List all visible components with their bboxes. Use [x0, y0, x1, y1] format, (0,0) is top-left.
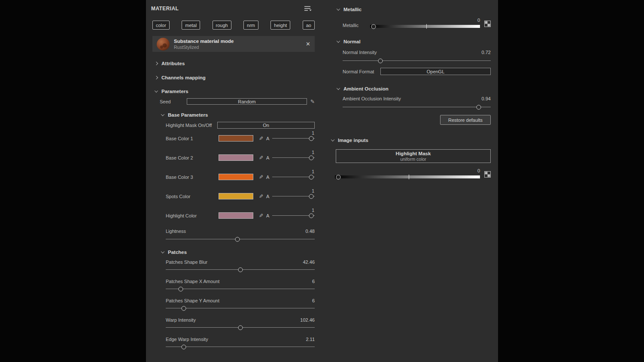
section-parameters[interactable]: Parameters [155, 88, 315, 94]
param-value: 0.48 [306, 229, 315, 234]
alpha-label: A [266, 136, 269, 141]
slider-knob[interactable] [309, 175, 314, 179]
slider-knob[interactable] [181, 306, 186, 311]
param-value: 2.11 [306, 337, 315, 342]
slider-track[interactable] [166, 347, 315, 347]
slider-track[interactable] [343, 60, 491, 61]
eyedropper-icon[interactable]: ✎ [259, 193, 263, 199]
chevron-down-icon [161, 112, 164, 116]
section-normal[interactable]: Normal [337, 38, 491, 45]
slider-knob[interactable] [235, 237, 240, 241]
section-attributes[interactable]: Attributes [155, 60, 315, 66]
channel-button-rough[interactable]: rough [213, 21, 231, 30]
seed-input[interactable]: Random [187, 98, 307, 105]
param-label: Lightness [166, 229, 186, 234]
channel-button-ao[interactable]: ao [303, 21, 315, 30]
mode-card-subtitle: RustStylized [174, 45, 234, 50]
slider-knob[interactable] [181, 344, 186, 349]
panel-title: MATERIAL [151, 6, 179, 12]
image-input-icon[interactable] [484, 171, 491, 178]
slider-knob[interactable] [477, 105, 481, 109]
restore-defaults-button[interactable]: Restore defaults [440, 115, 491, 125]
seed-label: Seed [160, 99, 187, 104]
chevron-down-icon [337, 86, 340, 90]
channel-button-color[interactable]: color [152, 21, 170, 30]
alpha-slider-track[interactable] [272, 177, 315, 177]
image-input-subtitle: uniform color [336, 157, 490, 162]
highlight-mask-input-button[interactable]: Highlight Mask uniform color [336, 149, 491, 163]
section-base-parameters[interactable]: Base Parameters [161, 112, 315, 118]
slider-knob[interactable] [309, 194, 314, 199]
param-value: 102.46 [300, 317, 315, 323]
channel-button-height[interactable]: height [270, 21, 290, 30]
chevron-down-icon [337, 7, 340, 10]
slider-knob[interactable] [336, 175, 341, 179]
color-swatch[interactable] [219, 154, 253, 161]
color-swatch[interactable] [219, 174, 253, 180]
param-value: 0 [370, 18, 480, 23]
section-metallic[interactable]: Metallic [337, 6, 491, 12]
section-label: Attributes [161, 61, 185, 66]
slider-knob[interactable] [309, 213, 314, 218]
gradient-slider-track[interactable] [335, 175, 480, 178]
slider-track[interactable] [166, 239, 315, 239]
menu-icon[interactable] [304, 6, 312, 12]
eyedropper-icon[interactable]: ✎ [259, 155, 263, 161]
image-input-title: Highlight Mask [336, 151, 490, 156]
color-swatch[interactable] [219, 212, 253, 219]
color-row-spots-color: Spots Color ✎ A 1 [166, 187, 315, 206]
chevron-down-icon [155, 89, 158, 92]
slider-knob[interactable] [238, 325, 243, 330]
alpha-label: A [266, 175, 269, 180]
image-input-icon[interactable] [484, 21, 491, 27]
highlight-mask-row: Highlight Mask On/Off On [166, 122, 315, 129]
section-channels-mapping[interactable]: Channels mapping [155, 74, 315, 81]
highlight-mask-toggle[interactable]: On [217, 122, 315, 129]
eyedropper-icon[interactable]: ✎ [259, 136, 263, 142]
alpha-slider-track[interactable] [272, 138, 315, 139]
param-label: Edge Warp Intensity [166, 337, 208, 342]
alpha-slider-track[interactable] [272, 196, 315, 196]
channel-button-metal[interactable]: metal [182, 21, 200, 30]
slider-knob[interactable] [371, 24, 376, 29]
slider-track[interactable] [166, 327, 315, 328]
param-patches-shape-x-amount: Patches Shape X Amount 6 [166, 278, 315, 289]
close-icon[interactable]: ✕ [306, 41, 310, 47]
edit-icon[interactable]: ✎ [307, 99, 315, 105]
section-image-inputs[interactable]: Image inputs [331, 137, 491, 143]
color-row-base-color-1: Base Color 1 ✎ A 1 [166, 129, 315, 148]
slider-knob[interactable] [309, 155, 314, 160]
slider-knob[interactable] [378, 58, 383, 63]
slider-track[interactable] [166, 289, 315, 289]
alpha-value: 1 [312, 130, 314, 136]
properties-panel: MATERIAL color metal rough nrm height ao [146, 0, 498, 362]
color-swatch[interactable] [219, 193, 253, 199]
eyedropper-icon[interactable]: ✎ [259, 174, 263, 180]
alpha-slider-track[interactable] [272, 157, 315, 158]
eyedropper-icon[interactable]: ✎ [259, 213, 263, 219]
color-swatch[interactable] [219, 135, 253, 142]
section-ambient-occlusion[interactable]: Ambient Occlusion [337, 85, 491, 92]
section-patches[interactable]: Patches [161, 249, 315, 255]
alpha-label: A [266, 155, 269, 160]
param-value: 0.72 [482, 50, 491, 55]
channel-button-nrm[interactable]: nrm [243, 21, 258, 30]
param-label: Warp Intensity [166, 317, 196, 323]
slider-track[interactable] [343, 107, 491, 107]
normal-format-select[interactable]: OpenGL [380, 68, 491, 75]
chevron-down-icon [161, 250, 164, 253]
slider-track[interactable] [166, 269, 315, 270]
param-label: Metallic [343, 23, 370, 28]
gradient-slider-track[interactable] [370, 25, 480, 28]
param-warp-intensity: Warp Intensity 102.46 [166, 317, 315, 328]
slider-track[interactable] [166, 308, 315, 308]
slider-knob[interactable] [238, 267, 243, 272]
slider-tick [409, 175, 409, 179]
material-mode-card[interactable]: Substance material mode RustStylized ✕ [152, 36, 315, 52]
chevron-down-icon [331, 138, 334, 141]
param-label: Spots Color [166, 194, 219, 199]
slider-knob[interactable] [178, 287, 183, 291]
alpha-slider-track[interactable] [272, 215, 315, 216]
image-input-slider-row: 0 [335, 168, 491, 178]
slider-knob[interactable] [309, 136, 314, 141]
